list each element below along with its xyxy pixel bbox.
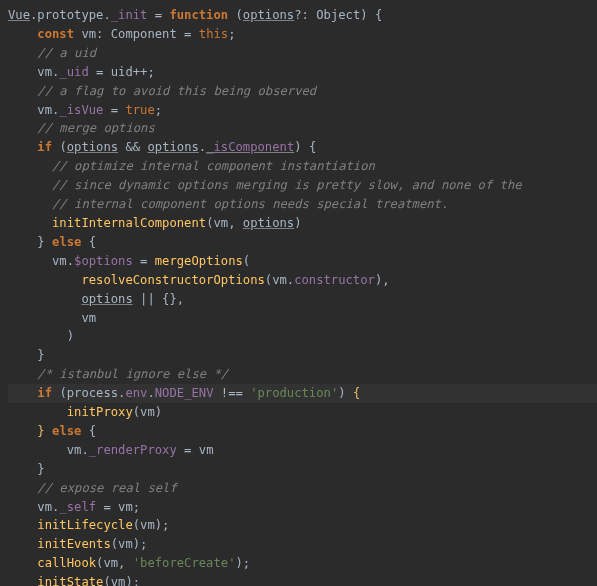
code-line: initEvents(vm); — [8, 537, 147, 551]
code-line: vm._isVue = true; — [8, 103, 162, 117]
code-line: vm._self = vm; — [8, 500, 140, 514]
code-line: if (options && options._isComponent) { — [8, 140, 316, 154]
code-line: // a uid — [8, 46, 96, 60]
code-line: initInternalComponent(vm, options) — [8, 216, 302, 230]
code-line: // since dynamic options merging is pret… — [8, 178, 522, 192]
code-line: vm.$options = mergeOptions( — [8, 254, 250, 268]
code-line: initLifecycle(vm); — [8, 518, 169, 532]
code-line: Vue.prototype._init = function (options?… — [8, 8, 382, 22]
code-line: // merge options — [8, 121, 155, 135]
code-line: ) — [8, 329, 74, 343]
code-line-highlighted: if (process.env.NODE_ENV !== 'production… — [8, 384, 597, 403]
code-line: initProxy(vm) — [8, 405, 162, 419]
code-line: const vm: Component = this; — [8, 27, 236, 41]
code-line: resolveConstructorOptions(vm.constructor… — [8, 273, 390, 287]
code-line: vm — [8, 311, 96, 325]
code-line: } — [8, 462, 45, 476]
code-line: /* istanbul ignore else */ — [8, 367, 228, 381]
code-line: // a flag to avoid this being observed — [8, 84, 316, 98]
code-line: // optimize internal component instantia… — [8, 159, 375, 173]
code-line: initState(vm); — [8, 575, 140, 586]
code-line: } else { — [8, 235, 96, 249]
code-line: } else { — [8, 424, 96, 438]
code-line: callHook(vm, 'beforeCreate'); — [8, 556, 250, 570]
code-editor[interactable]: Vue.prototype._init = function (options?… — [0, 0, 597, 586]
code-line: // expose real self — [8, 481, 177, 495]
code-line: } — [8, 348, 45, 362]
code-line: vm._uid = uid++; — [8, 65, 155, 79]
code-line: options || {}, — [8, 292, 184, 306]
code-line: vm._renderProxy = vm — [8, 443, 213, 457]
code-line: // internal component options needs spec… — [8, 197, 448, 211]
